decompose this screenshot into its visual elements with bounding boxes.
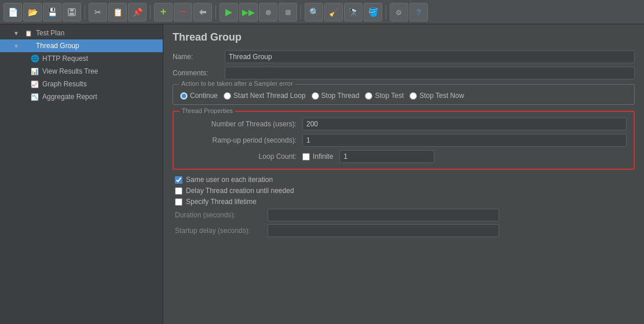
name-input[interactable] [225,50,635,63]
sidebar-label-aggregate-report: Aggregate Report [42,93,97,101]
radio-stop-thread-input[interactable] [312,92,319,100]
arrow-down-icon: ▼ [12,28,21,38]
action-legend: Action to be taken after a Sampler error [179,80,295,87]
cut-button[interactable]: ✂ [89,3,107,21]
comments-input[interactable] [225,67,635,79]
radio-stop-thread[interactable]: Stop Thread [312,92,360,100]
shutdown-button[interactable]: ⏹ [279,3,297,21]
radio-continue-label: Continue [190,92,218,100]
infinite-checkbox[interactable] [302,153,310,161]
thread-props-legend: Thread Properties [180,107,235,114]
plan-icon: 📋 [24,28,33,38]
new-button[interactable]: 📄 [3,3,22,21]
http-icon: 🌐 [30,54,39,63]
sidebar-label-view-results-tree: View Results Tree [42,67,98,75]
same-user-checkbox[interactable] [175,176,182,184]
loop-count-input[interactable] [339,150,434,163]
paste-button[interactable]: 📌 [128,3,147,21]
toggle-button[interactable] [193,3,212,21]
copy-button[interactable]: 📋 [108,3,127,21]
sidebar-label-thread-group: Thread Group [36,42,79,50]
toolbar: 📄 📂 💾 ✂ 📋 📌 + − ▶ ▶▶ ⏺ ⏹ 🔍 🧹 🔭 🪣 ⚙ ? [0,0,644,24]
comments-label: Comments: [173,69,225,77]
same-user-label: Same user on each iteration [186,176,273,184]
svg-rect-1 [70,9,74,12]
sidebar-item-test-plan[interactable]: ▼ 📋 Test Plan [0,27,163,39]
specify-lifetime-label: Specify Thread lifetime [186,198,257,206]
action-radio-group: Continue Start Next Thread Loop Stop Thr… [180,89,627,100]
sidebar-item-aggregate-report[interactable]: 📉 Aggregate Report [0,90,163,103]
svg-rect-2 [69,13,74,15]
specify-lifetime-row: Specify Thread lifetime [173,198,635,206]
thread-properties-section: Thread Properties Number of Threads (use… [173,111,635,170]
sidebar-item-graph-results[interactable]: 📈 Graph Results [0,78,163,90]
name-row: Name: [173,50,635,63]
radio-stop-thread-label: Stop Thread [321,92,360,100]
svg-text:⚙: ⚙ [396,9,402,17]
startup-delay-input[interactable] [268,224,499,237]
main-layout: ▼ 📋 Test Plan ▼ ⚙ Thread Group 🌐 HTTP Re… [0,24,644,324]
duration-input[interactable] [268,209,499,221]
radio-stop-test-label: Stop Test [375,92,404,100]
radio-start-next[interactable]: Start Next Thread Loop [224,92,306,100]
sep5 [386,5,386,19]
num-threads-input[interactable] [302,118,627,130]
name-label: Name: [173,53,225,61]
radio-start-next-input[interactable] [224,92,231,100]
ramp-up-row: Ramp-up period (seconds): [181,134,627,147]
aggregate-report-icon: 📉 [30,92,39,101]
startup-delay-row: Startup delay (seconds): [173,224,635,237]
radio-stop-test-now[interactable]: Stop Test Now [409,92,464,100]
help-button[interactable]: ? [409,3,428,21]
radio-stop-test-input[interactable] [365,92,372,100]
remove-button[interactable]: − [174,3,192,21]
search-button[interactable]: 🔍 [305,3,323,21]
radio-stop-test-now-input[interactable] [409,92,417,100]
sidebar-label-graph-results: Graph Results [42,80,87,88]
arrow-down-icon2: ▼ [12,41,21,50]
sidebar-item-view-results-tree[interactable]: 📊 View Results Tree [0,65,163,78]
delay-thread-checkbox[interactable] [175,187,182,195]
add-button[interactable]: + [154,3,173,21]
specify-lifetime-checkbox[interactable] [175,198,182,206]
ramp-up-input[interactable] [302,134,627,147]
content-panel: Thread Group Name: Comments: Action to b… [163,24,644,324]
sidebar-label-test-plan: Test Plan [36,29,64,37]
radio-start-next-label: Start Next Thread Loop [233,92,306,100]
save-as-button[interactable] [63,3,81,21]
sep4 [301,5,301,19]
function-button[interactable]: ⚙ [390,3,408,21]
page-title: Thread Group [173,31,635,43]
save-button[interactable]: 💾 [43,3,61,21]
loop-count-label: Loop Count: [181,152,302,161]
ramp-up-label: Ramp-up period (seconds): [181,136,302,144]
clear-button[interactable]: 🧹 [324,3,343,21]
results-tree-icon: 📊 [30,67,39,76]
radio-stop-test-now-label: Stop Test Now [419,92,464,100]
num-threads-label: Number of Threads (users): [181,120,302,128]
open-button[interactable]: 📂 [23,3,42,21]
graph-results-icon: 📈 [30,79,39,89]
delay-thread-label: Delay Thread creation until needed [186,187,294,195]
radio-continue-input[interactable] [180,92,188,100]
delay-thread-row: Delay Thread creation until needed [173,187,635,195]
broom-button[interactable]: 🪣 [364,3,382,21]
sidebar-item-http-request[interactable]: 🌐 HTTP Request [0,52,163,65]
startup-delay-label: Startup delay (seconds): [175,227,268,235]
sidebar-item-thread-group[interactable]: ▼ ⚙ Thread Group [0,39,163,52]
sidebar: ▼ 📋 Test Plan ▼ ⚙ Thread Group 🌐 HTTP Re… [0,24,163,324]
comments-row: Comments: [173,67,635,79]
sep3 [215,5,216,19]
run-no-pause-button[interactable]: ▶▶ [239,3,258,21]
sep1 [85,5,85,19]
duration-label: Duration (seconds): [175,211,268,219]
infinite-label: Infinite [313,152,333,161]
loop-count-row: Loop Count: Infinite [181,150,627,163]
stop-button[interactable]: ⏺ [259,3,277,21]
run-button[interactable]: ▶ [219,3,238,21]
radio-stop-test[interactable]: Stop Test [365,92,404,100]
thread-group-icon: ⚙ [24,41,33,50]
num-threads-row: Number of Threads (users): [181,118,627,130]
binoculars-button[interactable]: 🔭 [344,3,363,21]
radio-continue[interactable]: Continue [180,92,218,100]
